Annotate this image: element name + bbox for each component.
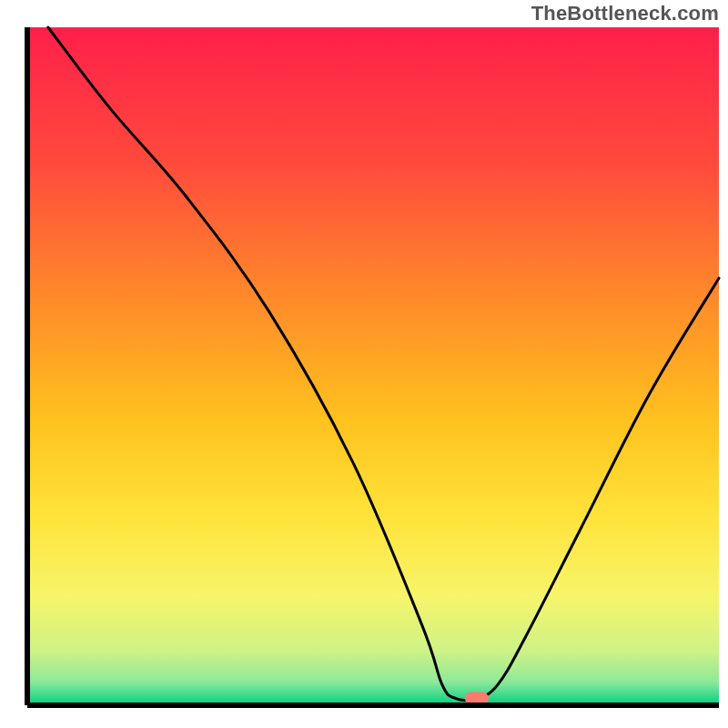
watermark-text: TheBottleneck.com [531, 2, 719, 25]
chart-svg [0, 0, 728, 728]
bottleneck-chart: TheBottleneck.com [0, 0, 728, 728]
plot-area [27, 27, 719, 705]
gradient-background [27, 27, 719, 705]
